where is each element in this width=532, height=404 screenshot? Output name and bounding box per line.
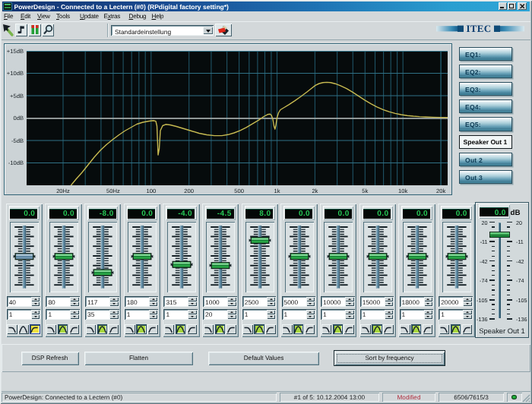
svg-text:ITEC: ITEC (467, 24, 492, 33)
